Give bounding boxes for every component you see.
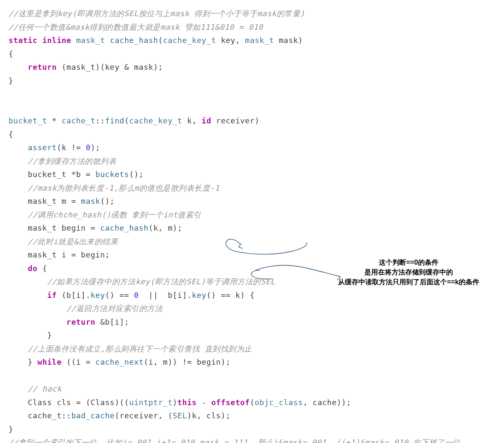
number: 0 (86, 143, 90, 152)
annotation-line: 这个判断==0的条件 (319, 257, 498, 267)
keyword: return (28, 63, 57, 71)
op: * (47, 116, 62, 125)
comment: //这里是拿到key(即调用方法的SEL按位与上mask 得到一个小于等于mas… (9, 9, 305, 18)
type: cache_t (62, 116, 95, 125)
type: mask_t (76, 36, 105, 45)
comment: // hack (28, 384, 61, 393)
func: find (105, 116, 124, 125)
code: (b[i]. (57, 291, 90, 300)
func: key (91, 291, 105, 300)
func: mask (81, 197, 100, 206)
code: Class cls = (Class)(( (28, 398, 129, 407)
comment: //如果方法缓存中的方法key(即方法的SEL)等于调用方法的SEL (47, 277, 275, 286)
code: bucket_t *b = (28, 170, 95, 179)
comment: //拿到缓存方法的散列表 (28, 157, 116, 166)
op: :: (95, 116, 105, 125)
code: mask_t i = begin; (28, 250, 110, 259)
code: ( (250, 398, 255, 407)
code: (receiver, ( (115, 411, 172, 420)
comment: //任何一个数值&mask得到的数值最大就是mask 譬如111&010 = 0… (9, 23, 263, 31)
type: cache_key_t (163, 36, 216, 45)
keyword: if (47, 291, 57, 300)
code: ); (91, 143, 100, 152)
code: ) (172, 398, 177, 407)
brace: { (9, 130, 13, 139)
func: cache_next (95, 357, 143, 366)
code: , cache)); (303, 398, 351, 407)
type: SEL (173, 411, 187, 420)
comment: //调用chche_hash()函数 拿到一个int值索引 (28, 210, 201, 219)
id: k (187, 116, 192, 125)
keyword: this (178, 398, 197, 407)
code: (mask_t)(key & mask); (62, 63, 163, 71)
code: () == k) { (206, 291, 255, 300)
comment: //此时i就是&出来的结果 (28, 237, 118, 246)
code: (); (100, 197, 115, 206)
code: (); (129, 170, 143, 179)
comment: //拿到一个索引的下一位 比如i= 001 i+1= 010 mask = 11… (9, 438, 461, 443)
id: mask (279, 36, 298, 45)
brace: } (47, 331, 52, 340)
type: objc_class (255, 398, 303, 407)
func: cache_hash (110, 36, 158, 45)
code: () == (105, 291, 134, 300)
code: mask_t m = (28, 197, 81, 206)
brace: { (9, 49, 13, 58)
code: )k, cls); (187, 411, 231, 420)
func: offsetof (211, 398, 250, 407)
id: key (221, 36, 235, 45)
comment: //返回方法对应索引的方法 (66, 304, 163, 313)
code: (i, m)) != begin); (143, 357, 230, 366)
code: (k, m); (149, 223, 182, 232)
type: bucket_t (9, 116, 47, 125)
brace: { (42, 264, 47, 273)
keyword: id (202, 116, 212, 125)
code: mask_t begin = (28, 223, 100, 232)
code: || b[i]. (139, 291, 192, 300)
func: cache_hash (100, 223, 148, 232)
code: &b[i]; (95, 317, 129, 326)
code: ((i = (62, 357, 95, 366)
func: key (192, 291, 206, 300)
code: - (197, 398, 211, 407)
brace: } (28, 357, 32, 366)
comment: //mask为散列表长度-1,那么m的值也是散列表长度-1 (28, 183, 220, 192)
keyword: static (9, 36, 37, 45)
brace: } (9, 425, 13, 434)
annotation-text: 这个判断==0的条件 是用在将方法存储到缓存中的 从缓存中读取方法只用到了后面这… (319, 257, 498, 287)
annotation-line: 是用在将方法存储到缓存中的 (319, 267, 498, 277)
keyword: return (66, 317, 95, 326)
type: cache_key_t (129, 116, 182, 125)
keyword: while (37, 357, 62, 366)
annotation-line: 从缓存中读取方法只用到了后面这个==k的条件 (319, 277, 498, 287)
keyword: inline (42, 36, 71, 45)
code-block: //这里是拿到key(即调用方法的SEL按位与上mask 得到一个小于等于mas… (9, 7, 495, 443)
keyword: do (28, 264, 37, 273)
func: bad_cache (71, 411, 115, 420)
comment: //上面条件没有成立,那么则再往下一个索引查找 直到找到为止 (28, 344, 252, 353)
brace: } (9, 76, 13, 85)
type: mask_t (245, 36, 274, 45)
func: assert (28, 143, 57, 152)
func: buckets (95, 170, 129, 179)
type: uintptr_t (129, 398, 172, 407)
number: 0 (134, 291, 139, 300)
code: cache_t:: (28, 411, 71, 420)
code: (k != (57, 143, 86, 152)
id: receiver (216, 116, 255, 125)
